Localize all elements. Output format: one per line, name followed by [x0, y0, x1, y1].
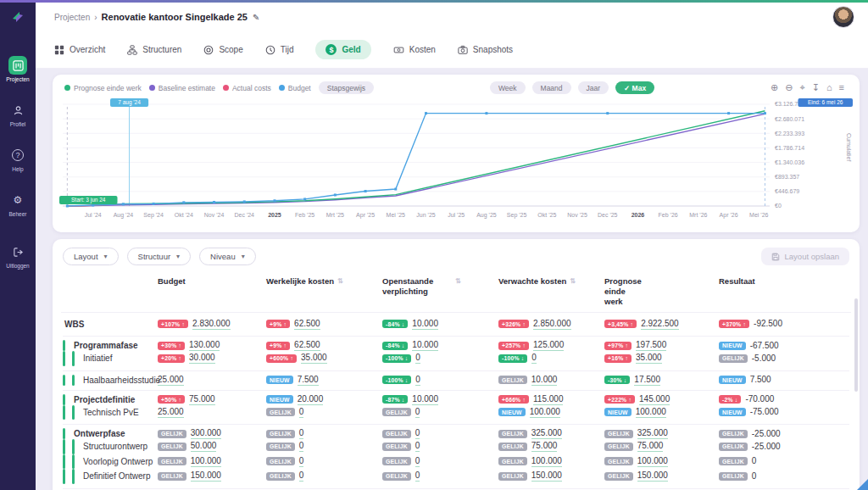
cell-value[interactable]: 75.000 [531, 441, 558, 452]
cell-value[interactable]: 125.000 [533, 340, 564, 351]
cell-value[interactable]: 0 [415, 471, 420, 482]
cell-value[interactable]: 2.850.000 [533, 319, 571, 330]
cell-value[interactable]: 35.000 [636, 353, 662, 364]
legend-item-baseline[interactable]: Baseline estimate [149, 84, 215, 92]
home-icon[interactable]: ⌂ [826, 82, 832, 93]
table-row[interactable]: Initiatief+20% ↑30.000+600% ↑35.000-100%… [63, 351, 849, 366]
cell-value[interactable]: 0 [299, 407, 304, 418]
cell-value[interactable]: 10.000 [412, 394, 438, 405]
column-header[interactable]: Budget [158, 276, 266, 307]
cell-value[interactable]: 62.500 [294, 340, 320, 351]
table-row[interactable]: StructuurontwerpGELIJK50.000GELIJK0GELIJ… [63, 439, 849, 454]
tab-geld[interactable]: $ Geld [315, 40, 370, 59]
cell-value[interactable]: 130.000 [189, 340, 220, 351]
cell-value[interactable]: 150.000 [637, 471, 668, 482]
edit-title-icon[interactable]: ✎ [253, 13, 259, 22]
cell-value[interactable]: 10.000 [412, 319, 438, 330]
zoom-select-icon[interactable]: ⌖ [799, 82, 804, 93]
cell-value[interactable]: 0 [531, 353, 537, 364]
structuur-dropdown[interactable]: Structuur▾ [127, 248, 192, 265]
menu-icon[interactable]: ≡ [839, 82, 844, 93]
table-row[interactable]: Technisch PvE25.000GELIJK0GELIJK0NIEUW10… [63, 405, 849, 420]
cell-value[interactable]: 0 [299, 428, 304, 439]
table-row[interactable]: Programmafase+30% ↑130.000+9% ↑62.500-84… [63, 336, 849, 351]
cell-value[interactable]: 0 [415, 407, 420, 418]
cell-value[interactable]: 150.000 [191, 471, 221, 482]
sidebar-item-uitloggen[interactable]: Uitloggen [6, 242, 29, 269]
stepwise-toggle[interactable]: Stapsgewijs [319, 81, 374, 94]
cell-value[interactable]: 0 [415, 375, 420, 386]
range-max[interactable]: ✓ Max [615, 81, 654, 94]
cell-value[interactable]: 100.000 [636, 407, 666, 418]
legend-item-actual[interactable]: Actual costs [223, 84, 271, 92]
cell-value[interactable]: 35.000 [301, 353, 327, 364]
table-row[interactable]: Projectdefinitie+50% ↑75.000NIEUW20.000-… [63, 390, 849, 405]
sidebar-item-beheer[interactable]: ⚙ Beheer [8, 191, 27, 217]
layout-dropdown[interactable]: Layout▾ [63, 248, 119, 265]
cell-value[interactable]: 0 [299, 471, 304, 482]
tab-structuren[interactable]: Structuren [127, 45, 181, 55]
cell-value[interactable]: 150.000 [531, 471, 562, 482]
cell-value[interactable]: 325.000 [637, 428, 668, 439]
cell-value[interactable]: 115.000 [533, 394, 563, 405]
cell-value[interactable]: 2.922.500 [641, 319, 679, 330]
cell-value[interactable]: 0 [299, 441, 304, 452]
sort-icon[interactable]: ⇅ [455, 277, 461, 285]
zoom-in-icon[interactable]: ⊕ [771, 82, 778, 93]
cell-value[interactable]: 17.500 [634, 375, 660, 386]
legend-item-budget[interactable]: Budget [279, 84, 311, 92]
sort-icon[interactable]: ⇅ [337, 277, 343, 285]
cell-value[interactable]: 62.500 [294, 319, 320, 330]
cell-value[interactable]: 0 [415, 456, 420, 467]
table-row[interactable]: Definitief OntwerpGELIJK150.000GELIJK0GE… [63, 469, 849, 484]
cell-value[interactable]: 2.830.000 [192, 319, 231, 330]
cell-value[interactable]: 0 [415, 441, 420, 452]
column-header[interactable]: Openstaande verplichting⇅ [382, 276, 498, 307]
niveau-dropdown[interactable]: Niveau▾ [199, 248, 256, 265]
tab-kosten[interactable]: Kosten [393, 45, 436, 55]
range-maand[interactable]: Maand [532, 81, 571, 94]
cell-value[interactable]: 300.000 [191, 428, 221, 439]
cell-value[interactable]: 10.000 [531, 375, 558, 386]
cell-value[interactable]: 100.000 [531, 456, 562, 467]
cell-value[interactable]: 25.000 [158, 407, 184, 418]
cell-value[interactable]: 0 [299, 456, 304, 467]
column-header[interactable]: Verwachte kosten⇅ [498, 276, 604, 307]
save-layout-button[interactable]: Layout opslaan [761, 248, 849, 265]
legend-item-prognose[interactable]: Prognose einde werk [64, 84, 142, 92]
cell-value[interactable]: 145.000 [639, 394, 670, 405]
range-week[interactable]: Week [490, 81, 526, 94]
table-row[interactable]: WBS+107% ↑2.830.000+9% ↑62.500-84% ↓10.0… [63, 317, 849, 332]
cell-value[interactable]: 0 [415, 353, 420, 364]
tab-overzicht[interactable]: Overzicht [54, 45, 105, 55]
cell-value[interactable]: 325.000 [531, 428, 562, 439]
table-row[interactable]: OntwerpfaseGELIJK300.000GELIJK0GELIJK0GE… [63, 424, 849, 439]
cell-value[interactable]: 197.500 [636, 340, 666, 351]
tab-scope[interactable]: Scope [203, 45, 242, 55]
cell-value[interactable]: 0 [415, 428, 420, 439]
table-row[interactable]: Haalbaarheidsstudie25.000NIEUW7.500-100%… [63, 370, 849, 386]
cell-value[interactable]: 75.000 [189, 394, 215, 405]
column-header[interactable]: Resultaat [719, 276, 849, 307]
tab-snapshots[interactable]: Snapshots [458, 45, 513, 55]
breadcrumb-root[interactable]: Projecten [54, 13, 90, 22]
avatar[interactable] [832, 6, 854, 28]
cell-value[interactable]: 20.000 [298, 394, 324, 405]
cell-value[interactable]: 30.000 [189, 353, 215, 364]
table-scrollbar[interactable] [854, 298, 858, 392]
download-icon[interactable]: ↧ [812, 82, 820, 93]
column-header[interactable]: Prognose einde werk [604, 276, 719, 307]
cell-value[interactable]: 100.000 [637, 456, 668, 467]
table-row[interactable]: Voorlopig OntwerpGELIJK100.000GELIJK0GEL… [63, 454, 849, 470]
cell-value[interactable]: 100.000 [530, 407, 560, 418]
cell-value[interactable]: 100.000 [191, 456, 221, 467]
cell-value[interactable]: 75.000 [637, 441, 664, 452]
cell-value[interactable]: 25.000 [158, 375, 184, 386]
sidebar-item-help[interactable]: ? Help [8, 146, 27, 172]
column-header[interactable]: Werkelijke kosten⇅ [266, 276, 382, 307]
range-jaar[interactable]: Jaar [578, 81, 609, 94]
sidebar-item-projecten[interactable]: Projecten [6, 56, 29, 82]
cell-value[interactable]: 50.000 [191, 441, 217, 452]
tab-tijd[interactable]: Tijd [265, 45, 294, 55]
cost-chart[interactable]: €3.126.750€2.680.071€2.233.393€1.786.714… [58, 97, 854, 226]
